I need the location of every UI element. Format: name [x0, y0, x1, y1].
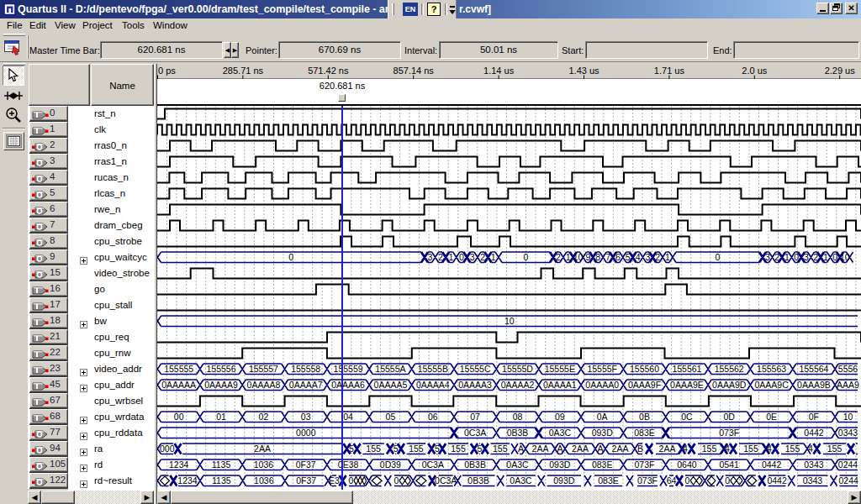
svg-text:1135: 1135: [212, 459, 231, 470]
svg-text:64: 64: [667, 475, 677, 486]
svg-text:285.71 ns: 285.71 ns: [223, 66, 264, 76]
svg-text:15555E: 15555E: [545, 364, 575, 374]
svg-text:1: 1: [448, 252, 453, 262]
svg-text:0343: 0343: [803, 475, 823, 486]
svg-text:155562: 155562: [715, 364, 744, 374]
svg-text:4: 4: [683, 444, 688, 454]
svg-text:155: 155: [366, 444, 381, 454]
svg-text:2AA: 2AA: [254, 444, 271, 454]
svg-text:0: 0: [288, 252, 293, 262]
svg-text:1.71 us: 1.71 us: [654, 66, 685, 76]
svg-text:3: 3: [645, 252, 650, 262]
svg-text:2AA: 2AA: [572, 444, 589, 454]
svg-text:2AA: 2AA: [532, 444, 549, 454]
svg-text:0AAAA9: 0AAAA9: [204, 380, 238, 390]
svg-text:0442: 0442: [762, 459, 782, 470]
svg-text:0D: 0D: [723, 412, 735, 422]
svg-text:1036: 1036: [254, 459, 274, 470]
svg-text:5: 5: [349, 444, 354, 454]
svg-text:0C3A: 0C3A: [435, 475, 457, 486]
svg-text:0AAAA2: 0AAAA2: [501, 380, 535, 390]
svg-text:2.0 us: 2.0 us: [742, 66, 767, 76]
svg-text:155561: 155561: [672, 364, 701, 374]
svg-text:8: 8: [595, 252, 600, 262]
svg-text:15555B: 15555B: [418, 364, 448, 374]
svg-text:10: 10: [840, 252, 850, 262]
svg-text:073F: 073F: [637, 475, 658, 486]
svg-text:0B: 0B: [639, 412, 650, 422]
svg-text:155: 155: [409, 444, 424, 454]
svg-text:155557: 155557: [249, 364, 278, 374]
svg-text:0F37: 0F37: [296, 475, 316, 486]
svg-text:1: 1: [566, 252, 571, 262]
svg-text:1.14 us: 1.14 us: [483, 66, 515, 76]
svg-text:04: 04: [343, 412, 353, 422]
svg-text:0 ps: 0 ps: [158, 66, 176, 76]
svg-text:15555C: 15555C: [460, 364, 491, 374]
svg-text:09: 09: [555, 412, 565, 422]
svg-text:15555F: 15555F: [587, 364, 617, 374]
svg-text:155: 155: [702, 444, 717, 454]
svg-text:0: 0: [459, 252, 464, 262]
svg-text:0442: 0442: [767, 475, 787, 486]
svg-text:10: 10: [573, 252, 584, 262]
svg-text:7: 7: [605, 252, 610, 262]
svg-text:0640: 0640: [677, 459, 697, 470]
svg-text:0AAAA5: 0AAAA5: [374, 380, 408, 390]
svg-text:1036: 1036: [254, 475, 274, 486]
svg-text:1: 1: [665, 252, 670, 262]
svg-text:15555D: 15555D: [502, 364, 533, 374]
svg-text:4: 4: [636, 252, 641, 262]
svg-text:0A3C: 0A3C: [506, 459, 529, 470]
svg-text:0AAAAA: 0AAAAA: [161, 380, 196, 390]
svg-text:155: 155: [493, 444, 508, 454]
svg-text:0343: 0343: [838, 428, 858, 438]
svg-text:0: 0: [685, 475, 690, 486]
svg-text:073F: 073F: [635, 459, 655, 470]
svg-text:155: 155: [827, 444, 843, 454]
svg-text:AAA9: AAA9: [837, 380, 859, 390]
svg-text:0E38: 0E38: [338, 459, 359, 470]
svg-text:A: A: [518, 444, 524, 454]
svg-text:0: 0: [832, 252, 837, 262]
svg-text:857.14 ns: 857.14 ns: [394, 66, 435, 76]
svg-text:0: 0: [716, 252, 721, 262]
svg-text:0F37: 0F37: [296, 459, 316, 470]
svg-text:2.29 us: 2.29 us: [825, 66, 856, 76]
svg-text:0AAA9F: 0AAA9F: [628, 380, 661, 390]
svg-text:0AAAA3: 0AAAA3: [458, 380, 492, 390]
svg-text:02: 02: [259, 412, 269, 422]
svg-text:155556: 155556: [206, 364, 235, 374]
svg-text:00: 00: [174, 412, 184, 422]
svg-text:3: 3: [470, 252, 475, 262]
svg-text:0A3C: 0A3C: [549, 428, 572, 438]
svg-text:3: 3: [427, 252, 432, 262]
svg-text:0AAA9D: 0AAA9D: [712, 380, 747, 390]
svg-text:093D: 093D: [549, 459, 571, 470]
svg-text:0000: 0000: [296, 428, 316, 438]
svg-text:06: 06: [428, 412, 438, 422]
svg-text:1234: 1234: [177, 475, 198, 486]
svg-text:2: 2: [480, 252, 485, 262]
svg-text:0AAAA7: 0AAAA7: [289, 380, 323, 390]
svg-text:07: 07: [470, 412, 480, 422]
svg-text:0E: 0E: [766, 412, 777, 422]
svg-text:155555: 155555: [164, 364, 193, 374]
svg-text:0AAA9E: 0AAA9E: [670, 380, 704, 390]
svg-text:0: 0: [349, 475, 354, 486]
svg-text:2AA: 2AA: [659, 444, 676, 454]
svg-text:1: 1: [491, 252, 496, 262]
svg-text:073F: 073F: [719, 428, 739, 438]
svg-text:5556: 5556: [838, 364, 858, 374]
svg-text:1: 1: [823, 252, 828, 262]
svg-text:0AAAA1: 0AAAA1: [543, 380, 577, 390]
svg-text:083E: 083E: [598, 475, 619, 486]
svg-text:0244: 0244: [838, 459, 858, 470]
svg-text:0: 0: [725, 475, 730, 486]
svg-text:0: 0: [794, 252, 799, 262]
svg-text:571.42 ns: 571.42 ns: [308, 66, 349, 76]
svg-text:1135: 1135: [212, 475, 231, 486]
svg-text:0F: 0F: [809, 412, 819, 422]
svg-text:A: A: [597, 444, 603, 454]
svg-text:0B3B: 0B3B: [464, 459, 486, 470]
